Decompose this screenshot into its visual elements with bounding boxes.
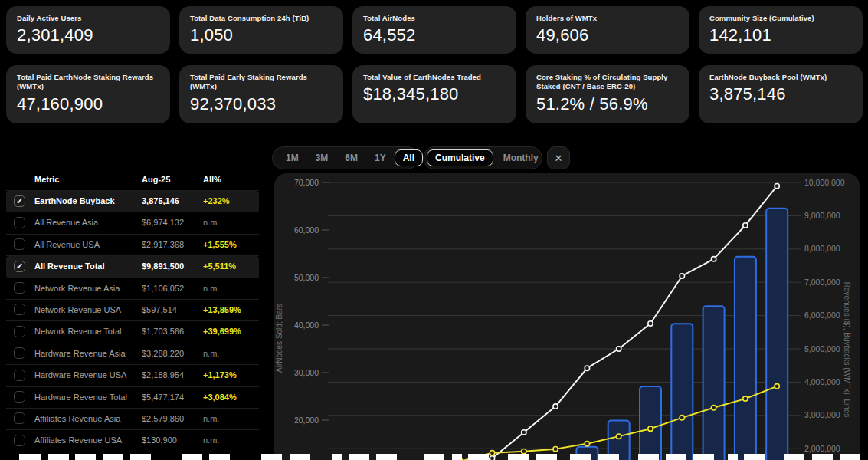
stat-card-label: Core Staking % of Circulating Supply Sta… bbox=[536, 73, 679, 92]
stat-card-value: 3,875,146 bbox=[709, 84, 852, 104]
metric-name: Affiliates Revenue Asia bbox=[34, 414, 120, 423]
metric-name: Hardware Revenue Asia bbox=[34, 349, 126, 358]
checkbox-unchecked[interactable] bbox=[14, 391, 25, 402]
marquee-letter-top bbox=[209, 454, 230, 460]
table-row[interactable]: Hardware Revenue USA$2,188,954+1,173% bbox=[6, 365, 259, 386]
metric-pct: +13,859% bbox=[203, 305, 241, 314]
stat-card-label: EarthNode Buyback Pool (WMTx) bbox=[709, 73, 852, 82]
metric-name: Affiliates Revenue USA bbox=[34, 435, 122, 445]
metric-value: $1,106,052 bbox=[142, 284, 184, 293]
marker-all-revenue-total bbox=[522, 430, 526, 435]
metric-value: $130,900 bbox=[142, 435, 177, 445]
checkbox-unchecked[interactable] bbox=[14, 282, 25, 294]
left-axis-tick: 60,000 bbox=[294, 225, 319, 235]
metric-value: $5,477,174 bbox=[142, 393, 184, 402]
marquee-letter-top bbox=[840, 454, 860, 460]
table-row[interactable]: Network Revenue Asia$1,106,052n.m. bbox=[6, 278, 259, 300]
marquee-letter-top bbox=[784, 454, 804, 460]
metric-name: Network Revenue Total bbox=[34, 327, 122, 336]
table-row[interactable]: All Revenue Asia$6,974,132n.m. bbox=[6, 212, 259, 234]
header-period: Aug-25 bbox=[142, 175, 170, 184]
close-chart-button[interactable]: ✕ bbox=[547, 146, 570, 169]
marker-earthnode-buyback bbox=[648, 426, 653, 431]
metric-pct: n.m. bbox=[203, 218, 219, 227]
metric-name: All Revenue Total bbox=[34, 261, 104, 271]
header-pct: All% bbox=[203, 175, 221, 184]
marker-earthnode-buyback bbox=[553, 446, 558, 451]
table-row[interactable]: Hardware Revenue Total$5,477,174+3,084% bbox=[6, 387, 259, 409]
right-axis-tick: 4,000,000 bbox=[804, 377, 840, 386]
metric-value: $9,891,500 bbox=[142, 261, 184, 271]
stat-card: Total Paid EarthNode Staking Rewards (WM… bbox=[6, 65, 170, 123]
table-row[interactable]: Affiliates Revenue Asia$2,579,860n.m. bbox=[6, 409, 259, 430]
marquee-letter-top bbox=[570, 454, 591, 460]
marquee-letter-top bbox=[103, 454, 123, 460]
marquee-letter-top bbox=[19, 454, 41, 460]
bar-airnodes-sold bbox=[735, 257, 756, 460]
range-button-1y[interactable]: 1Y bbox=[366, 150, 395, 166]
stat-card-label: Total Data Consumption 24h (TiB) bbox=[190, 14, 332, 23]
marquee-letter-top bbox=[75, 454, 96, 460]
checkbox-unchecked[interactable] bbox=[14, 304, 25, 315]
marquee-letter-top bbox=[666, 454, 686, 460]
range-button-all[interactable]: All bbox=[395, 150, 423, 166]
marker-all-revenue-total bbox=[680, 274, 684, 278]
right-axis-tick: 6,000,000 bbox=[804, 310, 840, 320]
marker-all-revenue-total bbox=[617, 347, 621, 351]
chart-panel[interactable]: 10,000,0009,000,0008,000,0007,000,0006,0… bbox=[274, 173, 860, 460]
check-icon: ✓ bbox=[16, 196, 23, 206]
metric-pct: n.m. bbox=[203, 435, 219, 445]
range-button-6m[interactable]: 6M bbox=[336, 150, 366, 166]
combo-chart[interactable]: 10,000,0009,000,0008,000,0007,000,0006,0… bbox=[274, 173, 860, 460]
table-row[interactable]: Affiliates Revenue USA$130,900n.m. bbox=[6, 430, 259, 452]
checkbox-unchecked[interactable] bbox=[14, 238, 25, 250]
left-axis-tick: 20,000 bbox=[294, 416, 319, 425]
checkbox-unchecked[interactable] bbox=[14, 370, 25, 381]
marquee-letter-top bbox=[508, 454, 529, 460]
checkbox-checked[interactable]: ✓ bbox=[14, 196, 25, 207]
mode-button-monthly[interactable]: Monthly bbox=[495, 150, 547, 166]
range-button-3m[interactable]: 3M bbox=[307, 150, 337, 166]
close-icon: ✕ bbox=[555, 153, 563, 164]
marker-earthnode-buyback bbox=[743, 396, 748, 401]
metric-pct: n.m. bbox=[203, 349, 219, 358]
metric-name: All Revenue USA bbox=[34, 240, 100, 249]
table-row[interactable]: Network Revenue USA$597,514+13,859% bbox=[6, 300, 259, 321]
metric-value: $3,288,220 bbox=[142, 349, 184, 358]
metric-pct: +1,173% bbox=[203, 370, 237, 380]
metric-pct: +1,555% bbox=[203, 240, 237, 249]
metric-table-header: Metric Aug-25 All% bbox=[6, 170, 259, 191]
marquee-letter-top bbox=[598, 454, 619, 460]
table-row[interactable]: ✓EarthNode Buyback3,875,146+232% bbox=[6, 191, 259, 212]
bar-airnodes-sold bbox=[766, 209, 788, 460]
right-axis-tick: 3,000,000 bbox=[804, 410, 840, 419]
time-range-group: 1M3M6M1YAll bbox=[272, 146, 419, 169]
stat-card-value: 51.2% / 56.9% bbox=[536, 94, 679, 114]
right-axis-label: Revenues ($), Buybacks (WMTx); Lines bbox=[843, 282, 851, 418]
stat-card: Daily Active Users2,301,409 bbox=[6, 6, 170, 54]
checkbox-unchecked[interactable] bbox=[14, 435, 25, 446]
stat-card-label: Community Size (Cumulative) bbox=[709, 14, 852, 23]
right-axis-tick: 9,000,000 bbox=[804, 211, 840, 220]
stat-card: EarthNode Buyback Pool (WMTx)3,875,146 bbox=[699, 65, 863, 123]
table-row[interactable]: ✓All Revenue Total$9,891,500+5,511% bbox=[6, 256, 259, 278]
marker-earthnode-buyback bbox=[775, 384, 779, 389]
marquee-letter-top bbox=[182, 454, 202, 460]
stat-card: Total Data Consumption 24h (TiB)1,050 bbox=[179, 6, 343, 54]
table-row[interactable]: Network Revenue Total$1,703,566+39,699% bbox=[6, 321, 259, 343]
range-button-1m[interactable]: 1M bbox=[277, 150, 307, 166]
marquee-letter-top bbox=[452, 454, 462, 460]
checkbox-unchecked[interactable] bbox=[14, 347, 25, 359]
right-axis-tick: 7,000,000 bbox=[804, 278, 840, 287]
checkbox-unchecked[interactable] bbox=[14, 326, 25, 337]
table-row[interactable]: All Revenue USA$2,917,368+1,555% bbox=[6, 235, 259, 256]
checkbox-unchecked[interactable] bbox=[14, 412, 25, 424]
mode-button-cumulative[interactable]: Cumulative bbox=[427, 150, 493, 166]
header-metric: Metric bbox=[34, 175, 59, 184]
checkbox-checked[interactable]: ✓ bbox=[14, 261, 25, 272]
table-row[interactable]: Hardware Revenue Asia$3,288,220n.m. bbox=[6, 343, 259, 365]
metric-pct: n.m. bbox=[203, 284, 219, 293]
checkbox-unchecked[interactable] bbox=[14, 217, 25, 228]
metric-value: $1,703,566 bbox=[142, 327, 184, 336]
stat-card-value: 49,606 bbox=[536, 25, 679, 45]
